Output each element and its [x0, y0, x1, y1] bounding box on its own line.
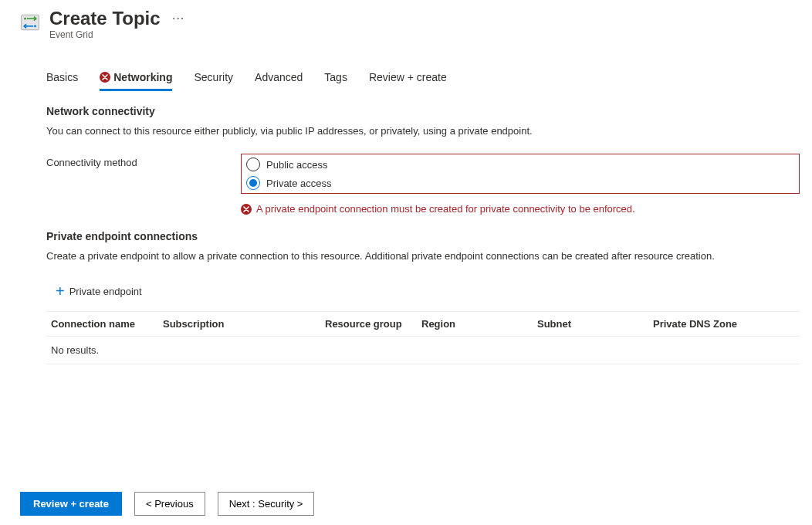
private-endpoint-description: Create a private endpoint to allow a pri…	[46, 250, 800, 262]
col-private-dns-zone[interactable]: Private DNS Zone	[648, 312, 800, 337]
connectivity-method-group: Public access Private access	[241, 154, 800, 194]
previous-button[interactable]: < Previous	[134, 492, 205, 516]
svg-point-5	[34, 25, 36, 27]
network-connectivity-heading: Network connectivity	[46, 105, 800, 117]
page-title: Create Topic	[49, 8, 161, 29]
event-grid-icon	[20, 12, 40, 32]
tab-networking[interactable]: Networking	[100, 65, 172, 91]
error-icon	[241, 204, 252, 215]
tab-advanced[interactable]: Advanced	[255, 65, 303, 91]
col-subnet[interactable]: Subnet	[533, 312, 648, 337]
network-connectivity-description: You can connect to this resource either …	[46, 125, 800, 137]
connectivity-error-message: A private endpoint connection must be cr…	[241, 198, 635, 215]
public-access-label: Public access	[266, 159, 327, 171]
private-endpoint-table: Connection name Subscription Resource gr…	[46, 311, 800, 364]
tab-tags[interactable]: Tags	[324, 65, 347, 91]
svg-point-1	[24, 18, 26, 20]
col-subscription[interactable]: Subscription	[158, 312, 320, 337]
svg-rect-0	[22, 15, 39, 30]
tab-review-create[interactable]: Review + create	[369, 65, 447, 91]
add-private-endpoint-button[interactable]: + Private endpoint	[52, 279, 145, 303]
col-connection-name[interactable]: Connection name	[46, 312, 158, 337]
col-region[interactable]: Region	[417, 312, 533, 337]
more-actions-button[interactable]: ···	[170, 13, 188, 24]
connectivity-method-label: Connectivity method	[46, 154, 241, 168]
private-access-radio[interactable]: Private access	[246, 176, 794, 190]
tab-basics[interactable]: Basics	[46, 65, 78, 91]
radio-icon	[246, 176, 260, 190]
table-empty-row: No results.	[46, 337, 800, 364]
error-icon	[100, 72, 110, 83]
radio-icon	[246, 158, 260, 171]
review-create-button[interactable]: Review + create	[20, 492, 122, 516]
page-subtitle: Event Grid	[49, 29, 188, 40]
tab-bar: Basics Networking Security Advanced Tags…	[46, 65, 800, 91]
col-resource-group[interactable]: Resource group	[320, 312, 417, 337]
private-access-label: Private access	[266, 178, 332, 189]
public-access-radio[interactable]: Public access	[246, 158, 794, 171]
footer-buttons: Review + create < Previous Next : Securi…	[20, 492, 314, 516]
plus-icon: +	[56, 283, 65, 299]
next-button[interactable]: Next : Security >	[218, 492, 315, 516]
private-endpoint-heading: Private endpoint connections	[46, 230, 800, 242]
tab-security[interactable]: Security	[194, 65, 233, 91]
